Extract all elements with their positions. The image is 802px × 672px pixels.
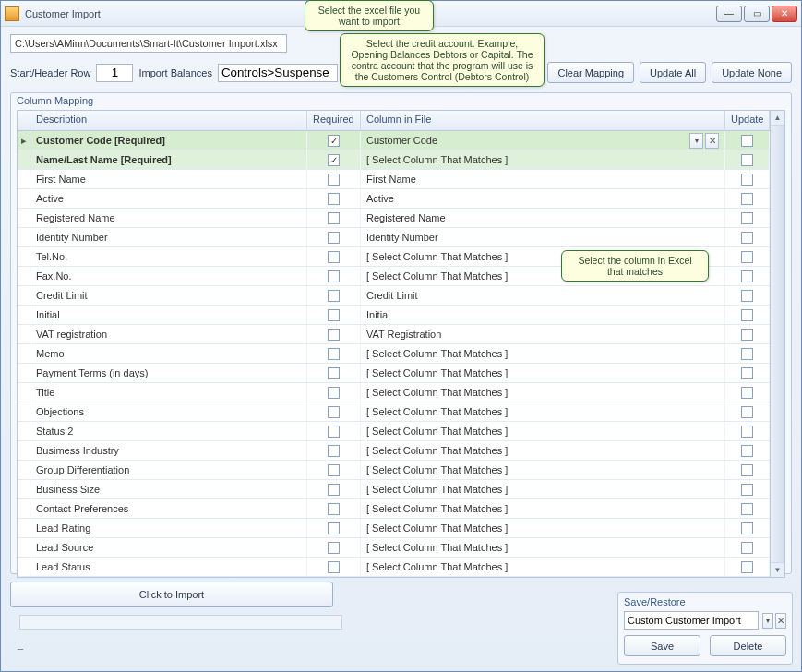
cell-column-in-file[interactable]: First Name	[361, 170, 725, 188]
update-checkbox[interactable]	[741, 154, 753, 166]
save-restore-name-input[interactable]	[624, 611, 759, 630]
cell-column-in-file[interactable]: [ Select Column That Matches ]	[361, 383, 725, 402]
save-restore-dropdown-icon[interactable]: ▾	[762, 613, 773, 629]
cell-column-in-file[interactable]: [ Select Column That Matches ]	[361, 150, 725, 169]
table-row[interactable]: Business Size[ Select Column That Matche…	[18, 480, 770, 499]
table-row[interactable]: ActiveActive	[18, 189, 770, 209]
cell-required	[307, 402, 361, 421]
update-checkbox[interactable]	[741, 406, 753, 418]
cell-column-in-file[interactable]: [ Select Column That Matches ]	[361, 344, 725, 363]
cell-description: VAT registration	[30, 325, 307, 343]
update-checkbox[interactable]	[741, 503, 753, 515]
update-checkbox[interactable]	[741, 445, 753, 457]
cell-column-in-file[interactable]: Credit Limit	[361, 286, 725, 305]
update-checkbox[interactable]	[741, 193, 753, 205]
cell-description: Registered Name	[30, 209, 307, 227]
update-checkbox[interactable]	[741, 212, 753, 224]
click-to-import-button[interactable]: Click to Import	[10, 582, 333, 607]
cell-column-in-file[interactable]: Active	[361, 189, 725, 208]
update-checkbox[interactable]	[741, 484, 753, 496]
update-checkbox[interactable]	[741, 522, 753, 534]
column-dropdown-icon[interactable]: ▾	[689, 133, 703, 149]
save-restore-clear-icon[interactable]: ✕	[775, 613, 786, 629]
close-button[interactable]: ✕	[772, 6, 797, 22]
file-path-input[interactable]	[10, 34, 287, 53]
cell-column-in-file[interactable]: [ Select Column That Matches ]	[361, 519, 725, 537]
cell-column-in-file[interactable]: Initial	[361, 306, 725, 324]
header-required[interactable]: Required	[307, 111, 361, 130]
cell-column-in-file[interactable]: [ Select Column That Matches ]	[361, 499, 725, 518]
cell-column-in-file[interactable]: Identity Number	[361, 228, 725, 246]
update-checkbox[interactable]	[741, 174, 753, 186]
cell-column-in-file[interactable]: [ Select Column That Matches ]	[361, 364, 725, 382]
update-all-button[interactable]: Update All	[640, 62, 706, 83]
update-checkbox[interactable]	[741, 270, 753, 282]
update-checkbox[interactable]	[741, 542, 753, 554]
delete-button[interactable]: Delete	[710, 635, 786, 656]
column-in-file-value: [ Select Column That Matches ]	[366, 542, 719, 553]
cell-column-in-file[interactable]: [ Select Column That Matches ]	[361, 422, 725, 440]
row-indicator-icon	[18, 480, 30, 498]
update-checkbox[interactable]	[741, 348, 753, 360]
table-row[interactable]: ▸Customer Code [Required]Customer Code▾✕	[18, 131, 770, 150]
update-checkbox[interactable]	[741, 561, 753, 573]
table-row[interactable]: Identity NumberIdentity Number	[18, 228, 770, 247]
cell-column-in-file[interactable]: [ Select Column That Matches ]	[361, 441, 725, 460]
header-column-in-file[interactable]: Column in File	[361, 111, 725, 130]
required-checkbox	[328, 406, 340, 418]
table-row[interactable]: First NameFirst Name	[18, 170, 770, 189]
table-row[interactable]: Credit LimitCredit Limit	[18, 286, 770, 306]
update-checkbox[interactable]	[741, 387, 753, 399]
cell-column-in-file[interactable]: [ Select Column That Matches ]	[361, 461, 725, 479]
table-row[interactable]: VAT registrationVAT Registration	[18, 325, 770, 344]
table-row[interactable]: Contact Preferences[ Select Column That …	[18, 499, 770, 519]
header-update[interactable]: Update	[725, 111, 770, 130]
column-in-file-value: [ Select Column That Matches ]	[366, 426, 719, 437]
minimize-button[interactable]: —	[716, 6, 742, 22]
cell-column-in-file[interactable]: Customer Code▾✕	[361, 131, 725, 150]
update-none-button[interactable]: Update None	[712, 62, 792, 83]
update-checkbox[interactable]	[741, 251, 753, 263]
cell-column-in-file[interactable]: [ Select Column That Matches ]	[361, 558, 725, 576]
table-row[interactable]: Payment Terms (in days)[ Select Column T…	[18, 364, 770, 383]
grid-scrollbar[interactable]: ▲ ▼	[770, 111, 784, 577]
header-description[interactable]: Description	[30, 111, 307, 130]
required-checkbox	[328, 270, 340, 282]
table-row[interactable]: Objections[ Select Column That Matches ]	[18, 402, 770, 422]
scroll-down-icon[interactable]: ▼	[771, 562, 784, 577]
cell-column-in-file[interactable]: VAT Registration	[361, 325, 725, 343]
update-checkbox[interactable]	[741, 232, 753, 244]
table-row[interactable]: Lead Status[ Select Column That Matches …	[18, 558, 770, 577]
required-checkbox	[328, 503, 340, 515]
table-row[interactable]: InitialInitial	[18, 306, 770, 325]
table-row[interactable]: Title[ Select Column That Matches ]	[18, 383, 770, 402]
update-checkbox[interactable]	[741, 367, 753, 379]
table-row[interactable]: Lead Source[ Select Column That Matches …	[18, 538, 770, 558]
clear-mapping-button[interactable]: Clear Mapping	[547, 62, 634, 83]
column-clear-icon[interactable]: ✕	[705, 133, 719, 149]
table-row[interactable]: Memo[ Select Column That Matches ]	[18, 344, 770, 364]
cell-column-in-file[interactable]: Registered Name	[361, 209, 725, 227]
column-in-file-value: [ Select Column That Matches ]	[366, 387, 719, 398]
cell-description: Objections	[30, 402, 307, 421]
cell-column-in-file[interactable]: [ Select Column That Matches ]	[361, 402, 725, 421]
table-row[interactable]: Status 2[ Select Column That Matches ]	[18, 422, 770, 441]
table-row[interactable]: Lead Rating[ Select Column That Matches …	[18, 519, 770, 538]
table-row[interactable]: Name/Last Name [Required][ Select Column…	[18, 150, 770, 170]
table-row[interactable]: Busimess Industry[ Select Column That Ma…	[18, 441, 770, 461]
update-checkbox[interactable]	[741, 290, 753, 302]
update-checkbox[interactable]	[741, 309, 753, 321]
save-button[interactable]: Save	[624, 635, 700, 656]
cell-column-in-file[interactable]: [ Select Column That Matches ]	[361, 538, 725, 557]
update-checkbox[interactable]	[741, 329, 753, 341]
update-checkbox[interactable]	[741, 464, 753, 476]
update-checkbox[interactable]	[741, 135, 753, 147]
cell-column-in-file[interactable]: [ Select Column That Matches ]	[361, 480, 725, 498]
maximize-button[interactable]: ▭	[744, 6, 770, 22]
import-balances-input[interactable]	[218, 64, 338, 82]
table-row[interactable]: Registered NameRegistered Name	[18, 209, 770, 228]
start-header-row-input[interactable]	[96, 64, 133, 82]
update-checkbox[interactable]	[741, 426, 753, 438]
table-row[interactable]: Group Differentiation[ Select Column Tha…	[18, 461, 770, 480]
scroll-up-icon[interactable]: ▲	[771, 111, 784, 126]
